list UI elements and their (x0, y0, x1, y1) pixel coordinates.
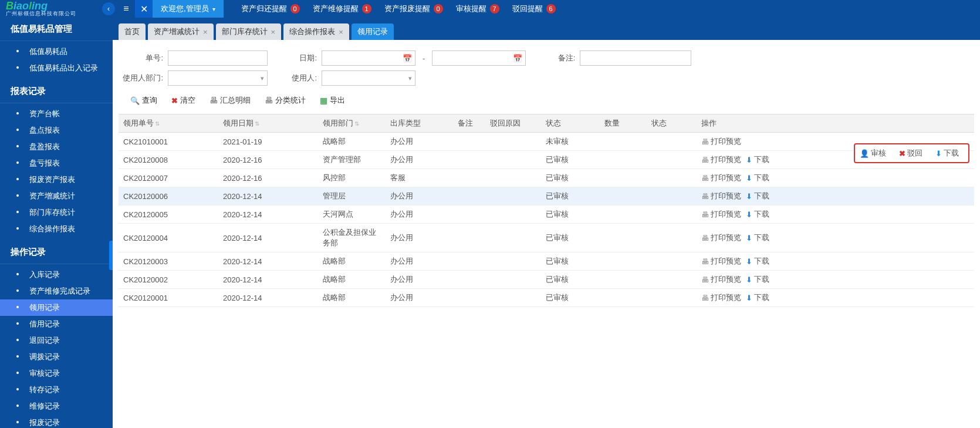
close-button[interactable]: ✕ (135, 0, 153, 18)
print-icon: 🖶 (209, 96, 218, 105)
col-header[interactable]: 状态 (541, 114, 600, 133)
sidebar-item[interactable]: 调拨记录 (0, 349, 113, 365)
sidebar-item[interactable]: 审核记录 (0, 365, 113, 382)
input-order-no[interactable] (168, 50, 268, 66)
sidebar-item[interactable]: 领用记录 (0, 299, 113, 316)
download-button[interactable]: ⬇下载 (746, 154, 769, 165)
cell-date: 2020-12-14 (218, 205, 318, 224)
download-button[interactable]: ⬇下载 (746, 173, 769, 183)
stat-button[interactable]: 🖶分类统计 (265, 95, 306, 106)
tab[interactable]: 领用记录 (352, 23, 394, 40)
tab[interactable]: 综合操作报表× (283, 23, 349, 40)
detail-button[interactable]: 🖶汇总明细 (209, 95, 251, 106)
table-row[interactable]: CK201200042020-12-14公积金及担保业务部办公用已审核🖶打印预览… (119, 224, 974, 252)
cell-type: 办公用 (386, 224, 453, 252)
cell-status2 (647, 205, 697, 224)
col-header[interactable]: 操作 (697, 114, 974, 133)
print-preview-button[interactable]: 🖶打印预览 (701, 209, 741, 220)
welcome-dropdown[interactable]: 欢迎您,管理员 ▾ (153, 0, 224, 18)
sidebar-item[interactable]: 盘点报表 (0, 122, 113, 139)
export-button[interactable]: ▦导出 (320, 95, 345, 106)
download-button[interactable]: ⬇下载 (746, 292, 769, 303)
sidebar-item[interactable]: 低值易耗品出入记录 (0, 60, 113, 76)
sidebar-item[interactable]: 资产台帐 (0, 106, 113, 122)
table-row[interactable]: CK201200052020-12-14天河网点办公用已审核🖶打印预览⬇下载 (119, 205, 974, 224)
cell-no: CK20120004 (119, 224, 218, 252)
topnav-item-4[interactable]: 驳回提醒6 (512, 4, 556, 14)
sidebar-item[interactable]: 综合操作报表 (0, 221, 113, 237)
sidebar-item[interactable]: 维修记录 (0, 398, 113, 414)
table-row[interactable]: CK201200072020-12-16风控部客服已审核🖶打印预览⬇下载 (119, 169, 974, 187)
print-preview-button[interactable]: 🖶打印预览 (701, 173, 741, 183)
sidebar-item[interactable]: 报废资产报表 (0, 171, 113, 188)
sidebar-item[interactable]: 入库记录 (0, 267, 113, 283)
table-row[interactable]: CK201200022020-12-14战略部办公用已审核🖶打印预览⬇下载 (119, 271, 974, 289)
audit-button[interactable]: 👤审核 (860, 148, 886, 159)
print-preview-button[interactable]: 🖶打印预览 (701, 136, 741, 147)
sidebar-item[interactable]: 部门库存统计 (0, 204, 113, 221)
topnav-item-3[interactable]: 审核提醒7 (456, 4, 499, 14)
table-row[interactable]: CK210100012021-01-19战略部办公用未审核🖶打印预览👤审核✖驳回… (119, 133, 974, 151)
col-header[interactable]: 领用日期⇅ (218, 114, 318, 133)
cell-status1: 未审核 (541, 133, 600, 151)
sidebar-item[interactable]: 资产维修完成记录 (0, 283, 113, 299)
tab[interactable]: 资产增减统计× (148, 23, 214, 40)
download-button[interactable]: ⬇下载 (746, 274, 769, 285)
col-header[interactable]: 备注 (453, 114, 485, 133)
download-button[interactable]: ⬇下载 (746, 191, 769, 201)
input-date-to[interactable] (432, 50, 526, 66)
topnav-item-1[interactable]: 资产维修提醒1 (313, 4, 371, 14)
print-preview-button[interactable]: 🖶打印预览 (701, 191, 741, 201)
sidebar-item[interactable]: 资产增减统计 (0, 188, 113, 204)
sidebar-item[interactable]: 盘亏报表 (0, 155, 113, 171)
topnav-item-0[interactable]: 资产归还提醒0 (241, 4, 300, 14)
sidebar-item[interactable]: 借用记录 (0, 316, 113, 332)
col-header[interactable]: 领用部门⇅ (318, 114, 386, 133)
topnav-label: 资产归还提醒 (241, 4, 287, 14)
collapse-sidebar-button[interactable]: ‹ (102, 2, 115, 15)
col-header[interactable]: 驳回原因 (485, 114, 541, 133)
col-header[interactable]: 领用单号⇅ (119, 114, 218, 133)
input-remark[interactable] (580, 50, 691, 66)
clear-button[interactable]: ✖清空 (171, 95, 195, 106)
sidebar-item[interactable]: 退回记录 (0, 332, 113, 349)
download-button[interactable]: ⬇下载 (935, 148, 959, 159)
input-date-from[interactable] (322, 50, 415, 66)
download-button[interactable]: ⬇下载 (746, 209, 769, 220)
table-row[interactable]: CK201200082020-12-16资产管理部办公用已审核🖶打印预览⬇下载 (119, 151, 974, 169)
menu-button[interactable]: ≡ (117, 0, 135, 18)
print-preview-button[interactable]: 🖶打印预览 (701, 292, 741, 303)
print-preview-button[interactable]: 🖶打印预览 (701, 232, 741, 243)
sidebar-item[interactable]: 报废记录 (0, 414, 113, 428)
cell-reason (485, 187, 541, 205)
sidebar-item[interactable]: 低值易耗品 (0, 43, 113, 60)
tab-close-icon[interactable]: × (203, 28, 208, 36)
download-button[interactable]: ⬇下载 (746, 232, 769, 243)
table-row[interactable]: CK201200012020-12-14战略部办公用已审核🖶打印预览⬇下载 (119, 289, 974, 307)
topnav-item-2[interactable]: 资产报废提醒0 (384, 4, 443, 14)
query-button[interactable]: 🔍查询 (130, 95, 157, 106)
table-row[interactable]: CK201200032020-12-14战略部办公用已审核🖶打印预览⬇下载 (119, 252, 974, 271)
sidebar-item[interactable]: 转存记录 (0, 382, 113, 398)
table-row[interactable]: CK201200062020-12-14管理层办公用已审核🖶打印预览⬇下载 (119, 187, 974, 205)
sidebar-item[interactable]: 盘盈报表 (0, 139, 113, 155)
print-preview-button[interactable]: 🖶打印预览 (701, 274, 741, 285)
col-header[interactable]: 数量 (600, 114, 647, 133)
cell-no: CK20120002 (119, 271, 218, 289)
reject-button[interactable]: ✖驳回 (899, 148, 922, 159)
tab[interactable]: 部门库存统计× (216, 23, 282, 40)
cell-status1: 已审核 (541, 151, 600, 169)
select-user-dept[interactable] (168, 70, 268, 86)
col-header[interactable]: 状态 (647, 114, 697, 133)
download-button[interactable]: ⬇下载 (746, 256, 769, 267)
print-preview-button[interactable]: 🖶打印预览 (701, 154, 741, 165)
cell-reason (485, 205, 541, 224)
cell-remark (453, 133, 485, 151)
tab[interactable]: 首页 (119, 23, 146, 40)
tab-close-icon[interactable]: × (339, 28, 343, 36)
print-preview-button[interactable]: 🖶打印预览 (701, 256, 741, 267)
sidebar-resize-handle[interactable] (109, 241, 113, 270)
select-user[interactable] (322, 70, 415, 86)
col-header[interactable]: 出库类型 (386, 114, 453, 133)
tab-close-icon[interactable]: × (271, 28, 276, 36)
